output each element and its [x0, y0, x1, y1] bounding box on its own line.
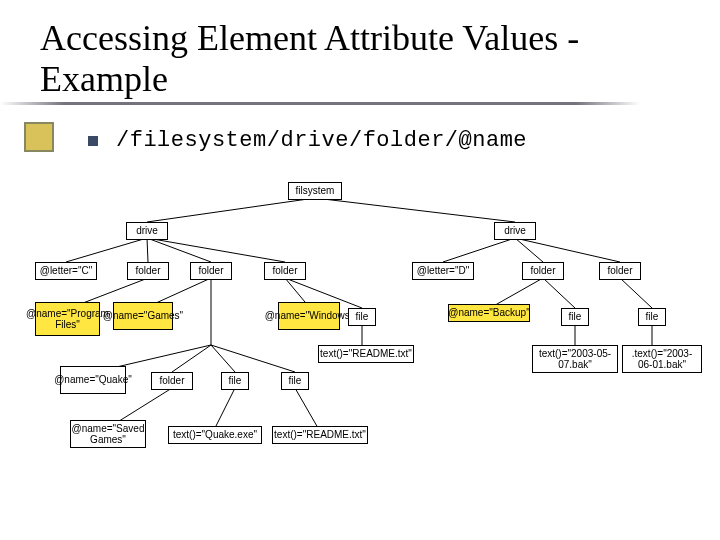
node-file-2-2: file — [638, 308, 666, 326]
node-text-quake-exe: text()="Quake.exe" — [168, 426, 262, 444]
node-file-2-1: file — [561, 308, 589, 326]
node-folder-1-3: folder — [264, 262, 306, 280]
svg-line-8 — [515, 238, 620, 262]
svg-line-0 — [147, 198, 315, 222]
xpath-expression: /filesystem/drive/folder/@name — [116, 128, 527, 153]
tree-diagram: filsystem drive drive @letter="C" folder… — [40, 180, 700, 510]
bullet-icon — [88, 136, 98, 146]
svg-line-25 — [620, 278, 652, 308]
node-attr-program-files: @name="Program Files" — [35, 302, 100, 336]
node-folder-2-2: folder — [599, 262, 641, 280]
node-root: filsystem — [288, 182, 342, 200]
svg-line-20 — [215, 388, 235, 428]
node-folder-1-1: folder — [127, 262, 169, 280]
svg-line-5 — [147, 238, 285, 262]
node-drive-2: drive — [494, 222, 536, 240]
node-file-g1: file — [221, 372, 249, 390]
svg-line-1 — [315, 198, 515, 222]
node-attr-saved-games: @name="Saved Games" — [70, 420, 146, 448]
node-file-g2: file — [281, 372, 309, 390]
node-text-bak-1: text()="2003-05-07.bak" — [532, 345, 618, 373]
node-attr-quake: @name="Quake" — [60, 366, 126, 394]
node-folder-1-2: folder — [190, 262, 232, 280]
title-underline — [0, 102, 640, 105]
node-text-readme-1: text()="README.txt" — [318, 345, 414, 363]
node-folder-2-1: folder — [522, 262, 564, 280]
svg-line-2 — [66, 238, 147, 262]
svg-line-16 — [172, 345, 211, 372]
node-attr-backup: @name="Backup" — [448, 304, 530, 322]
node-text-readme-2: text()="README.txt" — [272, 426, 368, 444]
svg-line-23 — [543, 278, 575, 308]
svg-line-3 — [147, 238, 148, 262]
node-drive-1: drive — [126, 222, 168, 240]
node-attr-games: @name="Games" — [113, 302, 173, 330]
svg-line-7 — [515, 238, 543, 262]
svg-line-4 — [147, 238, 211, 262]
node-attr-letter-d: @letter="D" — [412, 262, 474, 280]
node-file-1: file — [348, 308, 376, 326]
node-attr-letter-c: @letter="C" — [35, 262, 97, 280]
node-folder-games-sub: folder — [151, 372, 193, 390]
accent-square — [24, 122, 54, 152]
svg-line-18 — [211, 345, 295, 372]
node-text-bak-2: .text()="2003-06-01.bak" — [622, 345, 702, 373]
bullet-row: /filesystem/drive/folder/@name — [88, 128, 527, 153]
svg-line-21 — [295, 388, 318, 428]
slide-title: Accessing Element Attribute Values - Exa… — [0, 0, 720, 105]
svg-line-6 — [443, 238, 515, 262]
node-attr-windows: @name="Windows" — [278, 302, 340, 330]
svg-line-17 — [211, 345, 235, 372]
